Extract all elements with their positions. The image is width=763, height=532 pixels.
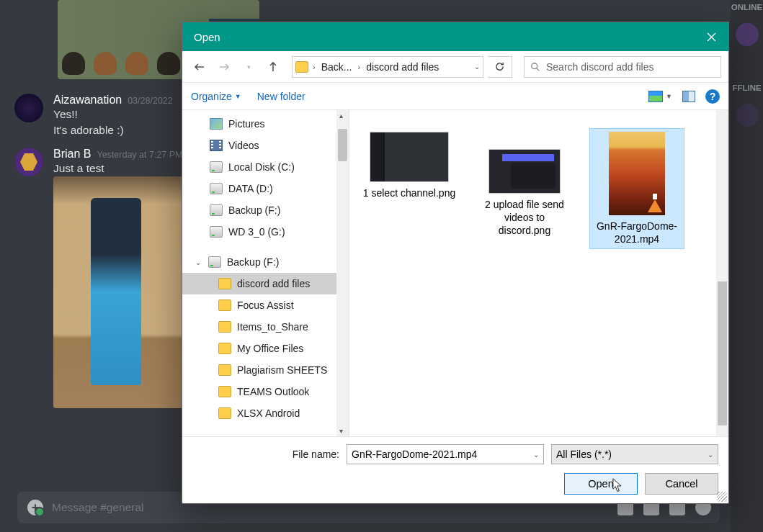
videos-icon	[210, 140, 223, 151]
drive-icon	[208, 256, 221, 268]
collapse-icon[interactable]: ⌄	[195, 258, 201, 266]
tree-item-my-office-files[interactable]: My Office Files	[182, 338, 349, 359]
breadcrumb-item[interactable]: discord add files	[365, 61, 440, 73]
tree-item-xlsx-android[interactable]: XLSX Android	[182, 402, 349, 424]
section-label-offline: FFLINE	[732, 84, 761, 92]
folder-icon	[218, 364, 231, 376]
file-thumbnail	[488, 149, 561, 194]
search-icon	[530, 62, 540, 72]
toolbar: Organize ▼ New folder ▼ ?	[182, 83, 728, 110]
open-file-dialog: Open ▾ › Back... › discord add files ⌄ S…	[182, 22, 729, 504]
search-placeholder: Search discord add files	[546, 61, 653, 73]
file-item-gnr-fargodome[interactable]: GnR-FargoDome-2021.mp4	[590, 129, 684, 248]
chevron-down-icon[interactable]: ⌄	[474, 63, 480, 71]
file-item-1-select-channel[interactable]: 1 select channel.png	[362, 132, 456, 199]
filetype-select[interactable]: All Files (*.*) ⌄	[551, 444, 718, 464]
drive-icon	[210, 204, 223, 216]
tree-item-videos[interactable]: Videos	[182, 135, 349, 156]
chevron-down-icon[interactable]: ⌄	[708, 451, 713, 459]
breadcrumb-item[interactable]: Back...	[320, 61, 354, 73]
address-bar[interactable]: › Back... › discord add files ⌄	[292, 56, 483, 78]
folder-icon	[218, 299, 231, 311]
tree-item-focus-assist[interactable]: Focus Assist	[182, 294, 349, 316]
filename-label: File name:	[293, 448, 339, 460]
folder-icon	[295, 61, 308, 73]
message-timestamp: Yesterday at 7:27 PM	[97, 150, 182, 160]
filename-input[interactable]: GnR-FargoDome-2021.mp4 ⌄	[347, 444, 544, 464]
help-button[interactable]: ?	[705, 89, 720, 104]
file-label: 1 select channel.png	[362, 186, 456, 199]
forward-arrow-icon	[218, 61, 230, 73]
tree-item-data-d[interactable]: DATA (D:)	[182, 178, 349, 199]
cursor-icon	[612, 478, 625, 494]
tree-item-backup-f[interactable]: Backup (F:)	[182, 199, 349, 221]
pictures-icon	[210, 118, 223, 130]
new-folder-button[interactable]: New folder	[257, 91, 305, 102]
tree-item-plagiarism-sheets[interactable]: Plagiarism SHEETS	[182, 359, 349, 381]
up-button[interactable]	[263, 57, 283, 77]
up-arrow-icon	[267, 61, 279, 73]
file-item-2-upload-file[interactable]: 2 upload file send videos to discord.png	[478, 149, 571, 238]
avatar[interactable]	[14, 94, 43, 122]
drive-icon	[210, 226, 223, 238]
refresh-button[interactable]	[488, 56, 512, 78]
scrollbar-thumb[interactable]	[718, 281, 727, 425]
folder-icon	[218, 407, 231, 419]
folder-icon	[218, 278, 231, 289]
view-icon	[648, 91, 663, 102]
section-label-online: ONLINE	[731, 3, 762, 12]
close-button[interactable]	[702, 28, 720, 45]
file-thumbnail	[609, 132, 665, 215]
search-input[interactable]: Search discord add files	[524, 56, 721, 78]
refresh-icon	[494, 61, 505, 72]
filename-value: GnR-FargoDome-2021.mp4	[352, 448, 477, 460]
main-pane: Pictures Videos Local Disk (C:) DATA (D:…	[182, 110, 728, 436]
avatar[interactable]	[14, 148, 43, 176]
titlebar[interactable]: Open	[182, 22, 728, 51]
filetype-value: All Files (*.*)	[556, 448, 612, 460]
view-menu[interactable]: ▼	[648, 91, 672, 102]
close-icon	[707, 32, 716, 42]
file-label: 2 upload file send videos to discord.png	[478, 198, 571, 238]
attach-button-icon[interactable]: +	[27, 500, 43, 515]
file-label: GnR-FargoDome-2021.mp4	[593, 220, 681, 245]
cancel-button[interactable]: Cancel	[645, 473, 718, 495]
file-list[interactable]: 1 select channel.png 2 upload file send …	[349, 110, 728, 436]
scrollbar-thumb[interactable]	[338, 129, 347, 161]
tree-item-discord-add-files[interactable]: discord add files	[182, 273, 349, 294]
chevron-down-icon[interactable]: ⌄	[533, 451, 539, 459]
message-timestamp: 03/28/2022	[128, 96, 173, 106]
member-avatar[interactable]	[736, 23, 759, 46]
tree-item-pictures[interactable]: Pictures	[182, 113, 349, 135]
member-avatar[interactable]	[736, 104, 759, 127]
resize-grip[interactable]	[717, 492, 727, 502]
message-author[interactable]: Aizawanation	[53, 94, 122, 107]
back-arrow-icon	[194, 61, 205, 73]
preview-pane-button[interactable]	[682, 91, 695, 102]
file-scrollbar[interactable]	[716, 110, 728, 436]
back-button[interactable]	[189, 57, 210, 77]
message-author[interactable]: Brian B	[53, 148, 91, 161]
tree-scrollbar[interactable]	[336, 110, 349, 436]
folder-tree[interactable]: Pictures Videos Local Disk (C:) DATA (D:…	[182, 110, 349, 436]
forward-button[interactable]	[214, 57, 234, 77]
message-input-placeholder: Message #general	[52, 501, 144, 514]
file-thumbnail	[370, 132, 449, 182]
tree-item-local-disk-c[interactable]: Local Disk (C:)	[182, 156, 349, 178]
organize-menu[interactable]: Organize ▼	[191, 91, 241, 102]
chevron-right-icon[interactable]: ›	[313, 63, 316, 71]
drive-icon	[210, 183, 223, 194]
tree-item-wd-g[interactable]: WD 3_0 (G:)	[182, 221, 349, 243]
attached-image-bottle[interactable]	[53, 176, 189, 408]
tree-item-backup-f-expanded[interactable]: ⌄Backup (F:)	[182, 251, 349, 273]
dialog-title: Open	[194, 31, 220, 43]
folder-icon	[218, 321, 231, 333]
open-button[interactable]: Open	[564, 473, 638, 495]
chevron-down-icon: ▼	[235, 93, 241, 100]
chevron-down-icon: ▼	[666, 93, 672, 100]
chevron-right-icon[interactable]: ›	[357, 63, 360, 71]
recent-dropdown[interactable]: ▾	[238, 57, 259, 77]
tree-item-items-to-share[interactable]: Items_to_Share	[182, 316, 349, 338]
drive-icon	[210, 161, 223, 173]
tree-item-teams-outlook[interactable]: TEAMS Outlook	[182, 381, 349, 402]
